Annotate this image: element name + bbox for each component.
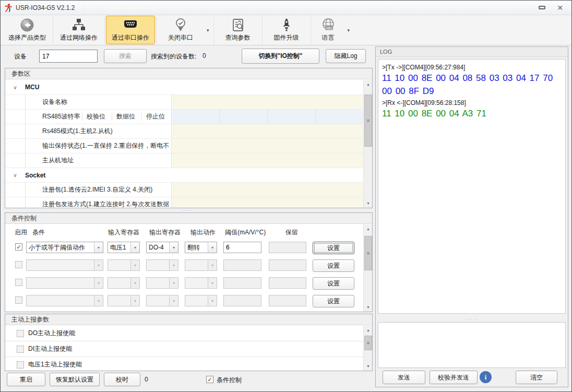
report-checkbox[interactable]: [17, 346, 24, 353]
dropdown-arrow-icon[interactable]: ▾: [208, 278, 217, 288]
threshold-input[interactable]: [223, 242, 261, 253]
collapse-arrow-icon[interactable]: ∨: [5, 85, 25, 90]
dropdown-arrow-icon[interactable]: ▾: [169, 260, 178, 270]
dropdown-arrow-icon[interactable]: ▾: [344, 16, 353, 44]
param-value-cell[interactable]: [171, 95, 363, 109]
dropdown-arrow-icon[interactable]: ▾: [130, 295, 139, 306]
operate-via-serial-button[interactable]: 通过串口操作: [106, 16, 155, 44]
scrollbar-thumb[interactable]: ≡: [364, 236, 372, 270]
output-register-select[interactable]: ▾: [146, 259, 178, 271]
dropdown-arrow-icon[interactable]: ▾: [169, 295, 178, 306]
enable-checkbox[interactable]: ✓: [15, 243, 22, 251]
reserved-input[interactable]: [269, 259, 306, 271]
threshold-input[interactable]: [223, 295, 261, 306]
param-value-cell[interactable]: [171, 183, 363, 197]
report-checkbox[interactable]: [17, 361, 24, 369]
set-button[interactable]: 设置: [313, 259, 354, 272]
report-scrollbar[interactable]: ▲ ≡ ▼: [363, 326, 372, 371]
scroll-up-icon[interactable]: ▲: [364, 80, 373, 89]
splitter-dots[interactable]: ·····: [376, 316, 568, 322]
dropdown-arrow-icon[interactable]: ▾: [208, 242, 217, 253]
condition-select[interactable]: ▾: [26, 295, 103, 306]
device-address-input[interactable]: [39, 50, 98, 63]
search-button[interactable]: 搜索: [104, 49, 147, 63]
scroll-up-icon[interactable]: ▲: [364, 224, 373, 233]
hide-log-button[interactable]: 隐藏Log: [326, 49, 366, 63]
switch-to-io-control-button[interactable]: 切换到"IO控制": [242, 49, 319, 64]
enable-checkbox[interactable]: [15, 296, 22, 304]
report-checkbox[interactable]: [17, 330, 24, 337]
dropdown-arrow-icon[interactable]: ▾: [169, 278, 178, 288]
reserved-input[interactable]: [269, 242, 306, 253]
condition-select[interactable]: 小于或等于阈值动作 ▾: [26, 242, 103, 253]
set-button[interactable]: 设置: [313, 295, 354, 307]
input-register-select[interactable]: ▾: [108, 259, 140, 271]
firmware-upgrade-button[interactable]: 固件升级: [264, 16, 309, 44]
set-button[interactable]: 设置: [313, 242, 354, 254]
output-action-select[interactable]: ▾: [185, 259, 217, 271]
input-register-select[interactable]: 电压1 ▾: [108, 242, 140, 253]
clear-button[interactable]: 清空: [516, 371, 557, 384]
enable-checkbox[interactable]: [15, 279, 22, 286]
dropdown-arrow-icon[interactable]: ▾: [204, 16, 212, 44]
minimize-icon[interactable]: [539, 6, 545, 9]
input-register-select[interactable]: ▾: [108, 295, 140, 306]
verify-send-button[interactable]: 校验并发送: [430, 371, 478, 384]
condition-select[interactable]: ▾: [26, 259, 103, 271]
language-button[interactable]: ABC 语言: [312, 16, 344, 44]
log-send-input[interactable]: [378, 322, 566, 368]
restore-defaults-button[interactable]: 恢复默认设置: [50, 373, 100, 386]
threshold-input[interactable]: [223, 259, 261, 271]
dropdown-arrow-icon[interactable]: ▾: [94, 242, 103, 253]
param-value-cell[interactable]: [267, 110, 315, 124]
close-serial-button[interactable]: 关闭串口: [158, 16, 204, 44]
splitter-dots[interactable]: ·····: [5, 208, 373, 212]
dropdown-arrow-icon[interactable]: ▾: [130, 260, 139, 270]
output-register-select[interactable]: ▾: [146, 295, 178, 306]
select-product-type-button[interactable]: 选择产品类型: [3, 16, 52, 44]
operate-via-network-button[interactable]: 通过网络操作: [54, 16, 103, 44]
output-register-select[interactable]: DO-4 ▾: [146, 242, 178, 253]
condition-control-checkbox[interactable]: ✓: [206, 376, 213, 383]
param-group-socket[interactable]: ∨ Socket: [5, 168, 363, 182]
param-value-cell[interactable]: [171, 197, 363, 208]
condition-scrollbar[interactable]: ▲ ≡ ▼: [363, 224, 372, 312]
scrollbar-thumb[interactable]: ≡: [364, 94, 372, 147]
param-value-cell[interactable]: [171, 110, 219, 124]
dropdown-arrow-icon[interactable]: ▾: [94, 260, 103, 270]
restart-button[interactable]: 重启: [7, 373, 45, 386]
output-register-select[interactable]: ▾: [146, 277, 178, 289]
log-output[interactable]: >[Tx ->][COM4][09:56:27:984] 11 10 00 8E…: [378, 59, 566, 314]
reserved-input[interactable]: [269, 295, 306, 306]
scroll-down-icon[interactable]: ▼: [364, 199, 373, 208]
output-action-select[interactable]: ▾: [185, 277, 217, 289]
scroll-down-icon[interactable]: ▼: [364, 303, 373, 312]
param-group-mcu[interactable]: ∨ MCU: [5, 80, 363, 94]
threshold-input[interactable]: [223, 277, 261, 289]
reserved-input[interactable]: [269, 277, 306, 289]
dropdown-arrow-icon[interactable]: ▾: [130, 278, 139, 288]
info-icon[interactable]: i: [480, 371, 492, 383]
query-params-button[interactable]: 查询参数: [215, 16, 261, 44]
dropdown-arrow-icon[interactable]: ▾: [94, 278, 103, 288]
input-register-select[interactable]: ▾: [108, 277, 140, 289]
scroll-down-icon[interactable]: ▼: [364, 362, 373, 371]
enable-checkbox[interactable]: [15, 261, 22, 268]
output-action-select[interactable]: 翻转 ▾: [185, 242, 217, 253]
send-button[interactable]: 发送: [383, 371, 425, 384]
scrollbar-thumb[interactable]: ≡: [364, 336, 372, 350]
dropdown-arrow-icon[interactable]: ▾: [208, 295, 217, 306]
param-value-cell[interactable]: [171, 139, 363, 153]
dropdown-arrow-icon[interactable]: ▾: [169, 242, 178, 253]
condition-select[interactable]: ▾: [26, 277, 103, 289]
param-value-cell[interactable]: [315, 110, 363, 124]
param-value-cell[interactable]: [171, 153, 363, 168]
dropdown-arrow-icon[interactable]: ▾: [94, 295, 103, 306]
param-value-cell[interactable]: [219, 110, 267, 124]
time-sync-button[interactable]: 校时: [104, 373, 140, 386]
param-value-cell[interactable]: [171, 124, 363, 138]
scroll-up-icon[interactable]: ▲: [364, 326, 373, 335]
close-icon[interactable]: ✕: [557, 4, 563, 11]
output-action-select[interactable]: ▾: [185, 295, 217, 306]
set-button[interactable]: 设置: [313, 277, 354, 290]
